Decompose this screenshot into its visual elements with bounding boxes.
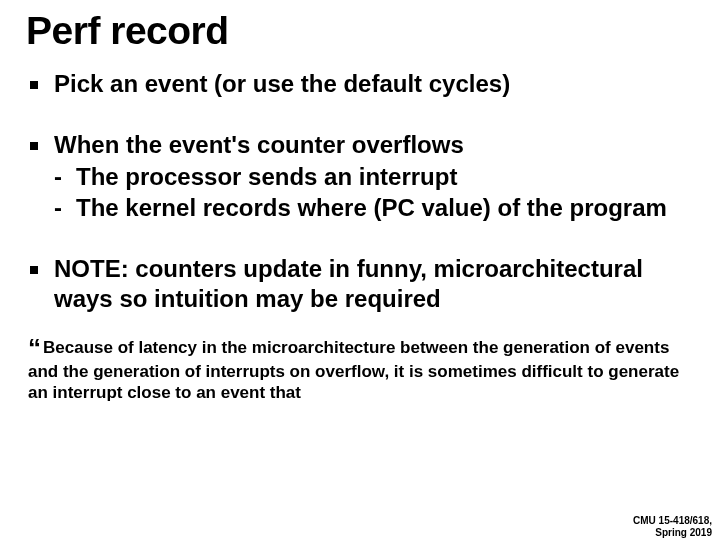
open-quote-mark: “ xyxy=(28,337,41,360)
footer: CMU 15-418/618, Spring 2019 xyxy=(633,515,712,538)
bullet-item: NOTE: counters update in funny, microarc… xyxy=(26,254,694,315)
sub-item: The processor sends an interrupt xyxy=(54,162,694,193)
sub-list: The processor sends an interrupt The ker… xyxy=(54,162,694,223)
bullet-text: Pick an event (or use the default cycles… xyxy=(54,70,510,97)
slide-title: Perf record xyxy=(26,10,694,53)
footer-line-2: Spring 2019 xyxy=(633,527,712,539)
quote-block: “Because of latency in the microarchitec… xyxy=(26,337,694,403)
sub-item: The kernel records where (PC value) of t… xyxy=(54,193,694,224)
bullet-text: NOTE: counters update in funny, microarc… xyxy=(54,255,643,313)
slide: Perf record Pick an event (or use the de… xyxy=(0,0,720,540)
bullet-item: When the event's counter overflows The p… xyxy=(26,130,694,224)
bullet-item: Pick an event (or use the default cycles… xyxy=(26,69,694,100)
bullet-text: When the event's counter overflows xyxy=(54,131,464,158)
footer-line-1: CMU 15-418/618, xyxy=(633,515,712,527)
bullet-list: Pick an event (or use the default cycles… xyxy=(26,69,694,315)
quote-text: Because of latency in the microarchitect… xyxy=(28,338,679,402)
